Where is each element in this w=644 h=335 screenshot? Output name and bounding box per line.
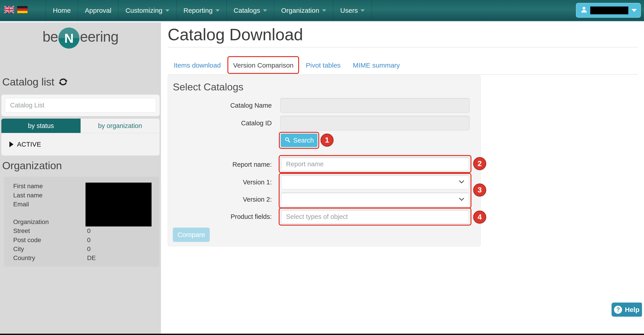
person-icon [580,6,588,15]
annotation-circle-2: 2 [473,157,486,170]
tab-version-comparison-label: Version Comparison [233,62,294,69]
product-fields-input[interactable] [281,210,469,224]
logo-n-circle: N [58,28,80,48]
catalog-list-filter-tabs: by status by organization [1,118,160,133]
menu-item-users[interactable]: Users [333,0,372,21]
menu-item-customizing[interactable]: Customizing [118,0,176,21]
version2-label: Version 2: [168,195,272,204]
tab-mime-summary[interactable]: MIME summary [353,62,400,69]
org-row-value: 0 [87,226,91,236]
chevron-down-icon [459,197,464,202]
main-content: Catalog Download Items download Version … [161,22,644,334]
germany-flag-icon[interactable] [17,6,28,14]
catalog-download-tabs: Items download Version Comparison Pivot … [174,60,400,70]
chevron-down-icon [632,9,637,12]
beneering-logo: beNeering [0,24,161,49]
chevron-down-icon [322,10,326,12]
org-row-label: Last name [13,191,42,200]
tab-by-status[interactable]: by status [1,118,80,133]
window-bottom-edge [0,334,644,335]
menu-label: Catalogs [234,0,260,21]
tabs-underline [168,74,638,75]
catalog-list-heading: Catalog list [2,76,54,88]
catalog-name-label: Catalog Name [168,101,272,110]
chevron-down-icon [263,10,267,12]
version2-select[interactable] [281,192,469,207]
select-catalogs-panel: Select Catalogs Catalog Name Catalog ID … [168,75,480,246]
org-row-label: First name [13,182,43,191]
sidebar: beNeering Catalog list by status by orga… [0,22,161,334]
menu-label: Organization [281,0,319,21]
catalog-list-search-panel [1,95,160,116]
user-account-dropdown[interactable] [576,3,641,18]
tab-version-comparison[interactable]: Version Comparison [233,62,294,69]
status-group-label: ACTIVE [17,141,41,148]
menu-label: Reporting [184,0,213,21]
report-name-input[interactable] [281,157,469,171]
tab-items-download[interactable]: Items download [174,62,221,69]
catalog-name-input [280,98,470,113]
search-button-label: Search [293,137,314,144]
org-row-value: 0 [87,236,91,244]
catalog-list-input[interactable] [5,98,156,112]
org-row-label: Street [13,226,30,236]
organization-heading: Organization [2,159,62,172]
expand-triangle-icon [10,142,14,147]
catalog-list-heading-row: Catalog list [2,76,68,88]
question-mark-icon: ? [614,306,622,314]
search-icon [284,136,290,144]
org-row-label: Post code [13,236,41,244]
catalog-id-label: Catalog ID [168,118,272,128]
chevron-down-icon [216,10,220,12]
report-name-label: Report name: [168,160,272,169]
help-button[interactable]: ? Help [612,302,642,317]
version1-label: Version 1: [168,178,272,187]
tab-by-organization[interactable]: by organization [80,118,160,133]
redacted-user-details [86,182,152,226]
org-row-label: Email [13,200,29,209]
menu-item-catalogs[interactable]: Catalogs [226,0,274,21]
annotation-circle-3: 3 [473,184,486,196]
search-button[interactable]: Search [281,134,318,147]
compare-button[interactable]: Compare [173,228,210,242]
help-button-label: Help [625,306,639,314]
logo-text-prefix: be [42,28,58,45]
main-menu: Home Approval Customizing Reporting Cata… [46,0,372,21]
catalog-id-input [280,116,470,130]
menu-item-organization[interactable]: Organization [274,0,333,21]
status-group-active[interactable]: ACTIVE [10,133,41,156]
product-fields-label: Product fields: [168,212,272,221]
chevron-down-icon [459,180,464,184]
status-list-panel: ACTIVE [1,133,160,156]
menu-label: Approval [85,0,111,21]
annotation-circle-4: 4 [473,210,486,224]
organization-heading-text: Organization [2,159,62,172]
top-navbar: Home Approval Customizing Reporting Cata… [0,0,644,22]
refresh-icon[interactable] [58,77,68,86]
chevron-down-icon [166,10,170,12]
uk-flag-icon[interactable] [4,6,14,14]
menu-label: Customizing [125,0,162,21]
select-catalogs-heading: Select Catalogs [173,81,243,93]
version1-select[interactable] [281,175,469,189]
app-window: Home Approval Customizing Reporting Cata… [0,0,644,335]
language-switcher [4,6,28,14]
org-row-label: City [13,244,24,254]
menu-item-approval[interactable]: Approval [78,0,118,21]
redacted-username [590,6,628,14]
org-row-value: DE [87,254,96,262]
menu-item-reporting[interactable]: Reporting [176,0,226,21]
org-row-value: 0 [87,244,91,254]
tab-pivot-tables[interactable]: Pivot tables [306,62,340,69]
chevron-down-icon [360,10,365,12]
menu-item-home[interactable]: Home [46,0,78,21]
menu-label: Users [340,0,358,21]
org-row-label: Country [13,254,35,262]
page-title: Catalog Download [168,25,303,44]
logo-text-suffix: eering [80,28,118,45]
menu-label: Home [53,0,71,21]
title-divider [168,47,638,48]
annotation-circle-1: 1 [320,134,334,146]
organization-details-panel: First name Last name Email Organization … [4,177,160,267]
org-row-label: Organization [13,218,49,226]
